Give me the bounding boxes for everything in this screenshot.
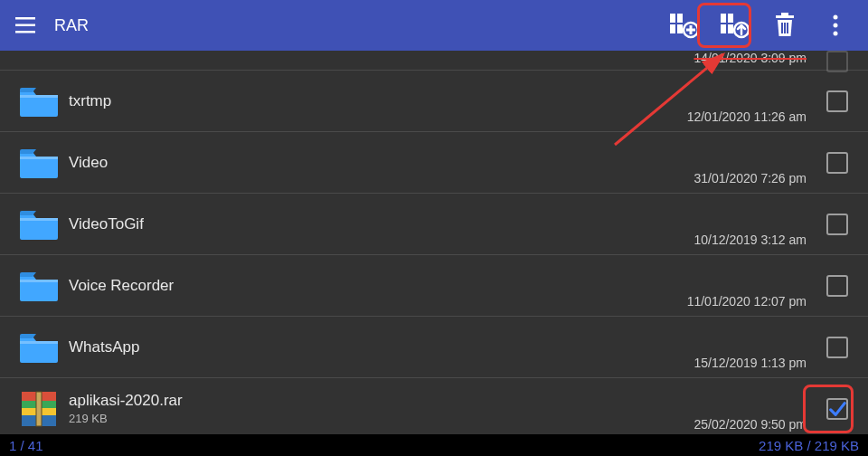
svg-rect-25 — [20, 218, 58, 221]
folder-icon — [18, 147, 69, 179]
checkbox[interactable] — [826, 275, 848, 297]
archive-add-button[interactable] — [658, 7, 709, 43]
file-date: 31/01/2020 7:26 pm — [640, 171, 821, 193]
svg-rect-5 — [670, 24, 675, 33]
list-item[interactable]: txrtmp12/01/2020 11:26 am — [0, 71, 868, 132]
svg-rect-19 — [787, 23, 788, 33]
checkbox[interactable] — [826, 398, 848, 420]
folder-icon — [18, 331, 69, 364]
list-item[interactable]: aplikasi-2020.rar219 KB25/02/2020 9:50 p… — [0, 378, 868, 434]
app-toolbar: RAR — [0, 0, 868, 51]
checkbox[interactable] — [826, 152, 848, 174]
app-title: RAR — [54, 16, 89, 35]
more-vert-icon — [833, 14, 838, 36]
file-size: 219 KB — [69, 412, 640, 425]
list-item-partial[interactable]: 14/01/2020 3:09 pm — [0, 51, 868, 71]
file-date: 14/01/2020 3:09 pm — [640, 51, 821, 65]
checkbox[interactable] — [826, 90, 848, 112]
svg-rect-23 — [20, 95, 58, 98]
menu-button[interactable] — [7, 17, 43, 33]
svg-rect-1 — [15, 24, 35, 27]
hamburger-icon — [15, 17, 35, 33]
rar-file-icon — [18, 388, 69, 430]
file-name: WhatsApp — [69, 338, 640, 356]
svg-rect-13 — [728, 24, 733, 33]
checkbox[interactable] — [826, 51, 848, 72]
svg-rect-18 — [784, 23, 786, 33]
svg-rect-4 — [677, 14, 683, 23]
list-item[interactable]: Voice Recorder11/01/2020 12:07 pm — [0, 255, 868, 317]
folder-icon — [18, 85, 69, 118]
list-item[interactable]: Video31/01/2020 7:26 pm — [0, 132, 868, 194]
folder-icon — [18, 270, 69, 302]
file-name: VideoToGif — [69, 215, 640, 233]
selection-size: 219 KB / 219 KB — [759, 438, 859, 453]
file-date: 11/01/2020 12:07 pm — [640, 294, 821, 316]
svg-rect-33 — [36, 392, 42, 426]
svg-point-22 — [834, 32, 838, 36]
svg-rect-12 — [721, 24, 726, 33]
selection-count: 1 / 41 — [9, 438, 43, 453]
svg-rect-2 — [15, 31, 35, 33]
trash-icon — [773, 12, 797, 39]
svg-rect-15 — [776, 15, 794, 18]
delete-button[interactable] — [760, 7, 810, 43]
folder-icon — [18, 208, 69, 241]
archive-add-icon — [668, 12, 699, 39]
archive-extract-button[interactable] — [709, 7, 760, 43]
svg-point-21 — [834, 24, 838, 28]
checkbox[interactable] — [826, 337, 848, 358]
svg-rect-16 — [781, 13, 788, 15]
status-bar: 1 / 41 219 KB / 219 KB — [0, 434, 868, 456]
svg-rect-11 — [728, 14, 733, 23]
list-item[interactable]: VideoToGif10/12/2019 3:12 am — [0, 194, 868, 255]
file-name: aplikasi-2020.rar — [69, 392, 640, 410]
svg-rect-3 — [670, 14, 675, 23]
svg-rect-9 — [686, 29, 695, 32]
svg-rect-27 — [20, 341, 58, 344]
checkbox[interactable] — [826, 214, 848, 235]
file-date: 25/02/2020 9:50 pm — [640, 417, 821, 434]
svg-rect-24 — [20, 157, 58, 159]
svg-rect-6 — [677, 24, 683, 33]
file-name: txrtmp — [69, 92, 640, 110]
overflow-button[interactable] — [810, 7, 861, 43]
archive-extract-icon — [719, 12, 750, 39]
svg-rect-26 — [20, 280, 58, 282]
svg-rect-10 — [721, 14, 726, 23]
svg-point-20 — [834, 15, 838, 20]
file-date: 12/01/2020 11:26 am — [640, 109, 821, 131]
svg-rect-17 — [781, 23, 783, 33]
file-date: 15/12/2019 1:13 pm — [640, 356, 821, 377]
file-date: 10/12/2019 3:12 am — [640, 233, 821, 254]
list-item[interactable]: WhatsApp15/12/2019 1:13 pm — [0, 317, 868, 378]
svg-rect-0 — [15, 17, 35, 20]
file-name: Voice Recorder — [69, 277, 640, 295]
file-list: 14/01/2020 3:09 pm txrtmp12/01/2020 11:2… — [0, 51, 868, 434]
file-name: Video — [69, 154, 640, 172]
